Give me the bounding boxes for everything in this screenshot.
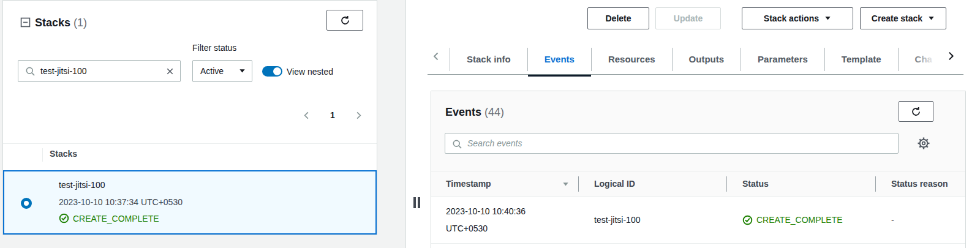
- tab-events[interactable]: Events: [527, 48, 591, 71]
- stacks-search-box: [18, 60, 181, 82]
- tabs-scroll-left-icon[interactable]: [431, 51, 441, 61]
- tab-parameters[interactable]: Parameters: [741, 48, 824, 71]
- events-count: (44): [484, 106, 504, 118]
- stacks-search-input[interactable]: [40, 61, 162, 81]
- stack-actions-label: Stack actions: [764, 13, 819, 23]
- events-search-input[interactable]: [467, 133, 880, 153]
- split-pane-divider[interactable]: [405, 0, 428, 248]
- list-column-divider: [42, 148, 43, 162]
- events-header: Events (44): [431, 91, 965, 171]
- tab-stack-info[interactable]: Stack info: [450, 48, 527, 71]
- event-timestamp: 2023-10-10 10:40:36 UTC+0530: [431, 197, 578, 243]
- create-stack-label: Create stack: [872, 13, 922, 23]
- event-logical-id: test-jitsi-100: [578, 197, 726, 243]
- prev-page-icon[interactable]: [302, 111, 311, 120]
- caret-down-icon: [239, 66, 246, 76]
- stacks-refresh-button[interactable]: [326, 10, 363, 31]
- stacks-panel: Stacks (1) Filter status Active View nes…: [2, 0, 377, 235]
- radio-selected-icon[interactable]: [21, 198, 32, 209]
- events-refresh-button[interactable]: [899, 101, 933, 122]
- next-page-icon[interactable]: [354, 111, 363, 120]
- column-logical-id[interactable]: Logical ID: [578, 171, 726, 196]
- list-divider: [3, 143, 377, 144]
- collapse-panel-icon[interactable]: [20, 17, 31, 28]
- delete-button[interactable]: Delete: [587, 7, 649, 29]
- update-button[interactable]: Update: [655, 7, 721, 29]
- tabs-scroll-right-icon[interactable]: [946, 51, 956, 61]
- stacks-panel-title: Stacks (1): [35, 15, 87, 30]
- stack-row-selected[interactable]: test-jitsi-100 2023-10-10 10:37:34 UTC+0…: [3, 170, 377, 235]
- refresh-icon: [340, 15, 350, 26]
- events-title: Events (44): [445, 104, 504, 120]
- tab-change-sets-truncated[interactable]: Cha: [898, 48, 949, 71]
- tab-outputs[interactable]: Outputs: [672, 48, 741, 71]
- column-status-reason[interactable]: Status reason: [875, 171, 965, 196]
- check-circle-icon: [59, 213, 69, 224]
- check-circle-icon: [742, 215, 753, 225]
- caret-down-icon: [824, 13, 831, 23]
- view-nested-toggle[interactable]: [262, 66, 282, 77]
- stacks-pagination: 1: [302, 108, 363, 122]
- stack-detail-pane: Delete Update Stack actions Create stack…: [428, 0, 980, 248]
- event-status: CREATE_COMPLETE: [726, 197, 875, 243]
- view-nested-label: View nested: [287, 67, 333, 77]
- caret-down-icon: [928, 13, 935, 23]
- event-status-text: CREATE_COMPLETE: [756, 215, 843, 225]
- stack-status: CREATE_COMPLETE: [59, 213, 159, 224]
- events-table-header: Timestamp Logical ID Status Status reaso…: [431, 171, 965, 197]
- tabs-baseline: [428, 74, 963, 75]
- status-filter-value: Active: [200, 66, 224, 76]
- clear-search-icon[interactable]: [165, 67, 175, 76]
- drag-handle-icon[interactable]: [413, 197, 420, 208]
- refresh-icon: [911, 107, 921, 117]
- search-icon: [452, 139, 462, 149]
- status-filter-select[interactable]: Active: [192, 60, 252, 82]
- column-timestamp[interactable]: Timestamp: [431, 171, 578, 196]
- stack-status-text: CREATE_COMPLETE: [73, 214, 159, 224]
- event-status-reason: -: [875, 197, 965, 243]
- events-search-box: [445, 133, 899, 154]
- toggle-knob: [273, 67, 281, 75]
- events-container: Events (44): [431, 91, 966, 248]
- search-icon: [25, 66, 36, 77]
- column-status[interactable]: Status: [726, 171, 875, 196]
- stacks-count: (1): [74, 17, 87, 29]
- stacks-list-header: Stacks: [50, 149, 77, 159]
- event-row[interactable]: 2023-10-10 10:40:36 UTC+0530 test-jitsi-…: [431, 197, 965, 244]
- stack-actions-button[interactable]: Stack actions: [742, 7, 853, 29]
- events-title-text: Events: [445, 106, 481, 118]
- stack-created-timestamp: 2023-10-10 10:37:34 UTC+0530: [59, 196, 183, 208]
- filter-status-label: Filter status: [192, 43, 236, 53]
- tab-resources[interactable]: Resources: [591, 48, 672, 71]
- sort-descending-icon[interactable]: [562, 181, 569, 187]
- detail-tabs: Stack info Events Resources Outputs Para…: [450, 45, 949, 74]
- create-stack-button[interactable]: Create stack: [860, 7, 946, 29]
- gear-icon[interactable]: [917, 137, 930, 150]
- stacks-title-text: Stacks: [35, 17, 70, 29]
- page-number[interactable]: 1: [330, 110, 335, 120]
- tab-template[interactable]: Template: [824, 48, 898, 71]
- stack-name[interactable]: test-jitsi-100: [59, 179, 105, 191]
